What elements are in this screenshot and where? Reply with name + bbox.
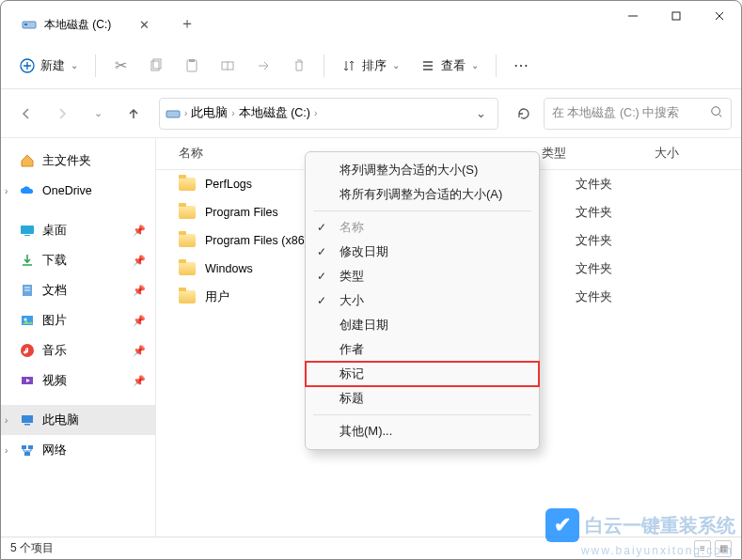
forward-button[interactable] [46,98,78,130]
pictures-icon [20,313,35,328]
sort-label: 排序 [362,57,387,74]
delete-button[interactable] [284,50,314,82]
svg-rect-31 [24,424,30,426]
ctx-column-title[interactable]: 标题 [306,386,539,411]
address-bar-row: ⌄ › 此电脑 › 本地磁盘 (C:) › ⌄ 在 本地磁盘 (C:) 中搜索 [1,89,741,138]
ctx-column-other[interactable]: 其他(M)... [306,419,539,443]
sidebar-item-home[interactable]: 主文件夹 [1,146,155,176]
sidebar-item-thispc[interactable]: › 此电脑 [1,405,155,435]
sidebar-label: 网络 [42,443,67,459]
svg-point-27 [24,319,27,321]
pin-icon: 📌 [133,255,146,267]
more-button[interactable]: ⋯ [506,50,536,82]
expand-icon[interactable]: › [5,415,8,426]
refresh-button[interactable] [508,98,540,130]
sidebar-item-music[interactable]: 音乐 📌 [1,335,155,366]
sort-button[interactable]: 排序 ⌄ [334,50,407,82]
sidebar-item-documents[interactable]: 文档 📌 [1,275,155,305]
recent-dropdown[interactable]: ⌄ [82,98,114,130]
chevron-right-icon: › [314,108,317,118]
ctx-column-size[interactable]: ✓大小 [306,288,539,313]
address-history-dropdown[interactable]: ⌄ [470,106,492,120]
expand-icon[interactable]: › [5,186,8,196]
home-icon [20,153,35,168]
new-tab-button[interactable]: ＋ [172,8,202,39]
share-icon [256,58,271,73]
music-icon [20,343,35,358]
document-icon [20,283,35,298]
sidebar-label: 桌面 [42,223,67,239]
desktop-icon [20,223,35,238]
copy-button[interactable] [141,50,171,82]
chevron-down-icon: ⌄ [71,60,78,70]
ctx-fit-column[interactable]: 将列调整为合适的大小(S) [306,158,539,182]
sidebar-item-desktop[interactable]: 桌面 📌 [1,215,155,245]
search-box[interactable]: 在 本地磁盘 (C:) 中搜索 [544,98,732,130]
sidebar-item-videos[interactable]: 视频 📌 [1,366,155,396]
breadcrumb-root[interactable]: 此电脑 [191,105,228,121]
ctx-column-created[interactable]: 创建日期 [306,313,539,337]
svg-line-20 [719,115,722,117]
ellipsis-icon: ⋯ [513,56,529,74]
ctx-column-tags[interactable]: 标记 [306,362,539,386]
computer-icon [20,412,35,428]
share-button[interactable] [248,50,278,82]
ctx-column-author[interactable]: 作者 [306,337,539,362]
pin-icon: 📌 [133,345,146,357]
file-type: 文件夹 [576,205,688,221]
sidebar-item-onedrive[interactable]: › OneDrive [1,176,155,206]
cut-button[interactable]: ✂ [105,50,135,82]
column-header-size[interactable]: 大小 [655,146,730,162]
up-button[interactable] [118,98,150,130]
close-window-button[interactable] [698,1,741,31]
sidebar-item-network[interactable]: › 网络 [1,435,155,465]
chevron-down-icon: ⌄ [471,60,479,70]
breadcrumb-current[interactable]: 本地磁盘 (C:) [239,105,310,121]
new-button-label: 新建 [40,57,65,74]
ctx-column-type[interactable]: ✓类型 [306,264,539,288]
network-icon [20,443,35,458]
status-bar: 5 个项目 ≡ ▦ [1,537,741,559]
minimize-button[interactable] [611,1,655,31]
svg-rect-3 [672,12,680,20]
sidebar-item-downloads[interactable]: 下载 📌 [1,245,155,275]
folder-icon [179,262,196,275]
back-button[interactable] [10,98,42,130]
window-tab[interactable]: 本地磁盘 (C:) ✕ [8,7,163,42]
pin-icon: 📌 [133,375,146,387]
svg-rect-32 [22,445,26,449]
file-type: 文件夹 [576,177,688,193]
clipboard-icon [184,58,199,73]
address-bar[interactable]: › 此电脑 › 本地磁盘 (C:) › ⌄ [159,98,498,130]
video-icon [20,373,35,388]
menu-separator [313,414,531,415]
ctx-column-name: ✓名称 [306,215,539,240]
view-thumbnails-button[interactable]: ▦ [715,540,732,557]
toolbar: 新建 ⌄ ✂ 排序 ⌄ 查看 ⌄ ⋯ [1,42,741,89]
sidebar-label: 视频 [42,373,67,389]
sidebar-label: 下载 [42,253,67,269]
expand-icon[interactable]: › [5,445,8,456]
rename-button[interactable] [213,50,243,82]
scissors-icon: ✂ [113,58,128,73]
view-button[interactable]: 查看 ⌄ [413,50,486,82]
column-header-type[interactable]: 类型 [542,146,655,162]
check-icon: ✓ [317,221,326,234]
paste-button[interactable] [177,50,207,82]
chevron-down-icon: ⌄ [94,107,103,119]
sidebar-item-pictures[interactable]: 图片 📌 [1,305,155,335]
tab-close-button[interactable]: ✕ [139,18,150,32]
download-icon [20,253,35,268]
ctx-fit-all-columns[interactable]: 将所有列调整为合适的大小(A) [306,182,539,207]
new-button[interactable]: 新建 ⌄ [12,50,86,82]
window-controls [611,1,741,31]
file-type: 文件夹 [576,233,688,249]
ctx-column-modified[interactable]: ✓修改日期 [306,240,539,264]
pin-icon: 📌 [133,225,146,237]
maximize-button[interactable] [655,1,698,31]
title-bar: 本地磁盘 (C:) ✕ ＋ [1,1,741,42]
plus-circle-icon [20,58,35,73]
view-details-button[interactable]: ≡ [694,540,711,557]
svg-rect-22 [24,235,30,236]
sidebar-label: 主文件夹 [42,153,91,169]
